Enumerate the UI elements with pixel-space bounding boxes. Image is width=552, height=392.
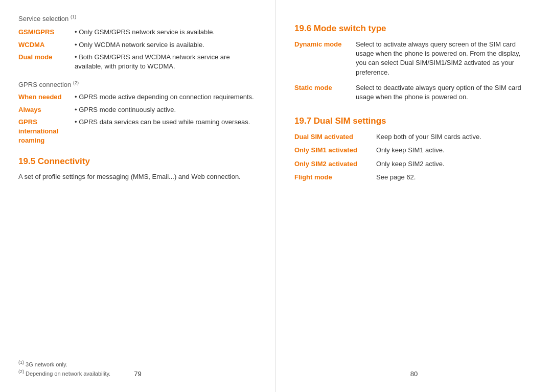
mode-switch-heading: 19.6 Mode switch type <box>294 24 534 34</box>
table-row: Dual mode Both GSM/GPRS and WCDMA networ… <box>18 52 257 73</box>
service-selection-table: GSM/GPRS Only GSM/GPRS network service i… <box>18 27 257 73</box>
desc-dual-mode: Both GSM/GPRS and WCDMA network service … <box>75 52 257 73</box>
table-row: GPRS international roaming GPRS data ser… <box>18 117 257 148</box>
left-page: Service selection (1) GSM/GPRS Only GSM/… <box>0 0 276 392</box>
term-dynamic-mode: Dynamic mode <box>294 39 356 82</box>
table-row: Only SIM1 activated Only keep SIM1 activ… <box>294 145 534 158</box>
dual-sim-table: Dual SIM activated Keep both of your SIM… <box>294 131 534 185</box>
mode-switch-section: 19.6 Mode switch type Dynamic mode Selec… <box>294 24 534 107</box>
dual-sim-heading: 19.7 Dual SIM settings <box>294 116 534 126</box>
desc-only-sim2: Only keep SIM2 active. <box>376 158 534 172</box>
gprs-connection-section: GPRS connection (2) When needed GPRS mod… <box>18 80 257 147</box>
table-row: Dynamic mode Select to activate always q… <box>294 39 534 82</box>
term-dual-sim-activated: Dual SIM activated <box>294 131 376 145</box>
page-number-left: 79 <box>134 370 141 378</box>
term-when-needed: When needed <box>18 91 75 104</box>
term-wcdma: WCDMA <box>18 39 75 52</box>
desc-always: GPRS mode continuously active. <box>75 104 257 117</box>
term-static-mode: Static mode <box>294 82 356 107</box>
table-row: When needed GPRS mode active depending o… <box>18 91 257 104</box>
desc-only-sim1: Only keep SIM1 active. <box>376 145 534 158</box>
connectivity-heading: 19.5 Connectivity <box>18 156 257 167</box>
term-always: Always <box>18 104 75 117</box>
desc-flight-mode: See page 62. <box>376 172 534 185</box>
term-flight-mode: Flight mode <box>294 172 376 185</box>
table-row: Only SIM2 activated Only keep SIM2 activ… <box>294 158 534 172</box>
term-gsm: GSM/GPRS <box>18 27 75 39</box>
table-row: Static mode Select to deactivate always … <box>294 82 534 107</box>
dual-sim-section: 19.7 Dual SIM settings Dual SIM activate… <box>294 116 534 185</box>
term-only-sim1: Only SIM1 activated <box>294 145 376 158</box>
footnote-1: (1) 3G network only. <box>18 359 110 368</box>
term-dual-mode: Dual mode <box>18 52 75 73</box>
table-row: GSM/GPRS Only GSM/GPRS network service i… <box>18 27 257 39</box>
page-number-right: 80 <box>410 370 418 378</box>
gprs-connection-table: When needed GPRS mode active depending o… <box>18 91 257 147</box>
desc-static-mode: Select to deactivate always query option… <box>356 82 534 107</box>
connectivity-section: 19.5 Connectivity A set of profile setti… <box>18 156 257 182</box>
page-container: Service selection (1) GSM/GPRS Only GSM/… <box>0 0 552 392</box>
service-selection-title: Service selection (1) <box>18 14 257 22</box>
term-gprs-roaming: GPRS international roaming <box>18 117 75 148</box>
desc-dual-sim-activated: Keep both of your SIM cards active. <box>376 131 534 145</box>
table-row: Always GPRS mode continuously active. <box>18 104 257 117</box>
connectivity-desc: A set of profile settings for messaging … <box>18 172 257 182</box>
table-row: Flight mode See page 62. <box>294 172 534 185</box>
term-only-sim2: Only SIM2 activated <box>294 158 376 172</box>
desc-when-needed: GPRS mode active depending on connection… <box>75 91 257 104</box>
gprs-connection-title: GPRS connection (2) <box>18 80 257 88</box>
table-row: Dual SIM activated Keep both of your SIM… <box>294 131 534 145</box>
mode-switch-table: Dynamic mode Select to activate always q… <box>294 39 534 107</box>
footnote-2: (2) Depending on network availability. <box>18 368 110 378</box>
table-row: WCDMA Only WCDMA network service is avai… <box>18 39 257 52</box>
service-selection-section: Service selection (1) GSM/GPRS Only GSM/… <box>18 14 257 73</box>
desc-gsm: Only GSM/GPRS network service is availab… <box>75 27 257 39</box>
right-page: 19.6 Mode switch type Dynamic mode Selec… <box>276 0 552 392</box>
desc-wcdma: Only WCDMA network service is available. <box>75 39 257 52</box>
footnotes: (1) 3G network only. (2) Depending on ne… <box>18 359 110 378</box>
desc-dynamic-mode: Select to activate always query screen o… <box>356 39 534 82</box>
desc-gprs-roaming: GPRS data services can be used while roa… <box>75 117 257 148</box>
